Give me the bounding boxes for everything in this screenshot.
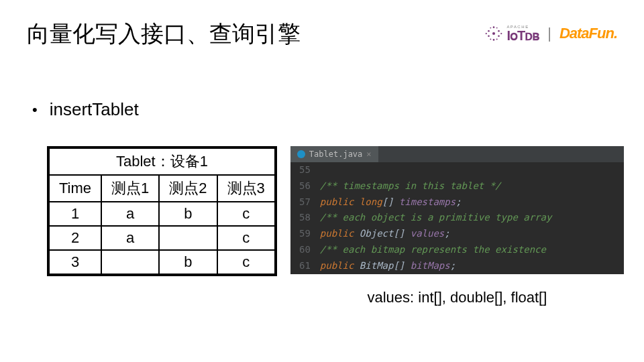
bullet-text: insertTablet bbox=[50, 99, 139, 120]
close-icon[interactable]: × bbox=[366, 149, 371, 159]
svg-point-6 bbox=[493, 39, 495, 41]
iotdb-logo: A P A C H E IᴏTᴅʙ bbox=[484, 23, 539, 44]
svg-point-11 bbox=[490, 39, 492, 40]
code-body: 55 56/** timestamps in this tablet */57p… bbox=[290, 162, 624, 274]
table-header: 测点1 bbox=[101, 175, 159, 202]
table-row: 2ac bbox=[49, 226, 275, 250]
table-header: Time bbox=[49, 175, 101, 202]
slide-title: 向量化写入接口、查询引擎 bbox=[27, 19, 301, 50]
code-line: 59public Object[] values; bbox=[290, 226, 624, 242]
svg-point-10 bbox=[496, 27, 498, 29]
iotdb-text: IᴏTᴅʙ bbox=[506, 29, 539, 42]
table-header: 测点3 bbox=[217, 175, 275, 202]
editor-tabbar: Tablet.java × bbox=[290, 146, 624, 162]
code-line: 57public long[] timestamps; bbox=[290, 194, 624, 210]
svg-point-2 bbox=[498, 30, 500, 32]
code-editor: Tablet.java × 55 56/** timestamps in thi… bbox=[290, 146, 624, 274]
svg-point-8 bbox=[501, 33, 502, 34]
svg-point-0 bbox=[492, 32, 495, 35]
values-note: values: int[], double[], float[] bbox=[290, 289, 624, 306]
bullet-item: • insertTablet bbox=[32, 99, 139, 120]
svg-point-1 bbox=[488, 30, 490, 32]
svg-point-4 bbox=[498, 35, 500, 37]
table-row: 1abc bbox=[49, 202, 275, 226]
code-line: 55 bbox=[290, 162, 624, 178]
iotdb-icon bbox=[484, 23, 504, 44]
editor-tab[interactable]: Tablet.java × bbox=[290, 146, 378, 162]
logo-block: A P A C H E IᴏTᴅʙ | DataFun. bbox=[484, 23, 617, 44]
tab-filename: Tablet.java bbox=[309, 149, 362, 159]
logo-separator: | bbox=[547, 25, 551, 42]
svg-point-3 bbox=[488, 35, 490, 37]
tablet-table: Tablet：设备1 Time 测点1 测点2 测点3 1abc 2ac 3bc bbox=[47, 146, 277, 276]
svg-point-9 bbox=[490, 27, 492, 29]
bullet-dot-icon: • bbox=[32, 103, 38, 117]
java-file-icon bbox=[297, 150, 305, 158]
code-line: 58/** each object is a primitive type ar… bbox=[290, 210, 624, 226]
table-row: 3bc bbox=[49, 250, 275, 274]
svg-point-7 bbox=[486, 33, 487, 34]
table-caption: Tablet：设备1 bbox=[49, 148, 275, 175]
code-line: 60/** each bitmap represents the existen… bbox=[290, 242, 624, 258]
svg-point-12 bbox=[496, 39, 498, 40]
code-line: 56/** timestamps in this tablet */ bbox=[290, 178, 624, 194]
table-header: 测点2 bbox=[159, 175, 217, 202]
svg-point-5 bbox=[493, 26, 495, 28]
code-line: 61public BitMap[] bitMaps; bbox=[290, 258, 624, 274]
datafun-logo: DataFun. bbox=[559, 25, 617, 42]
